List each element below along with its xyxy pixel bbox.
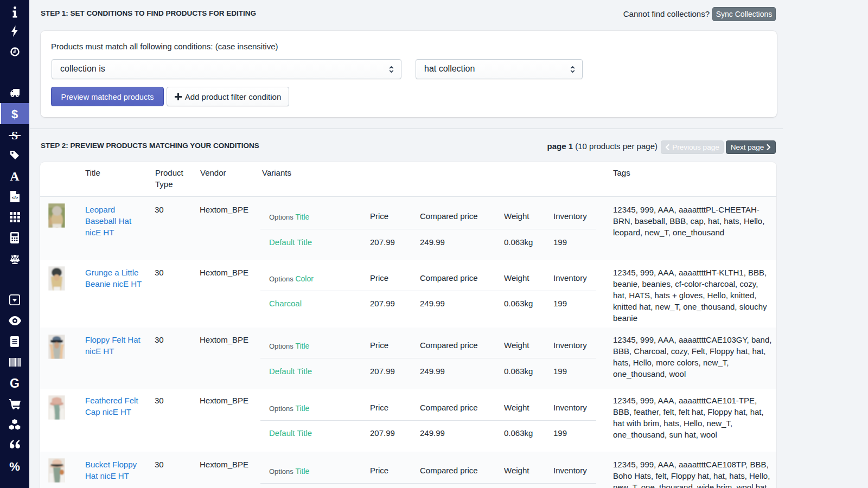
svg-text:</>: </>	[11, 195, 18, 200]
